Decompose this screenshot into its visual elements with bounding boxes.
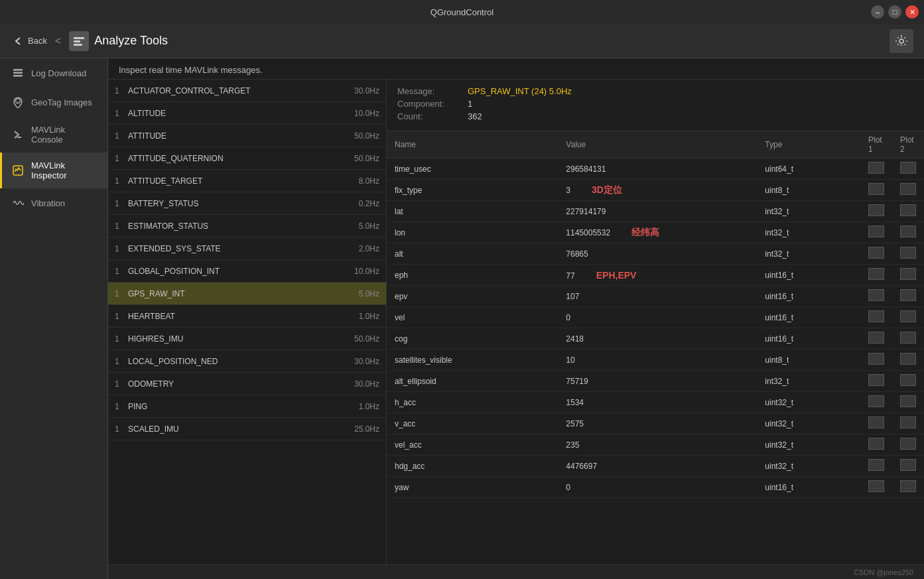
message-row[interactable]: 1 PING 1.0Hz (108, 395, 386, 418)
cell-plot1[interactable] (860, 456, 892, 477)
plot2-box[interactable] (900, 247, 916, 259)
plot1-box[interactable] (868, 162, 884, 174)
plot1-box[interactable] (868, 204, 884, 216)
cell-plot2[interactable] (892, 159, 924, 180)
sidebar-item-log-download[interactable]: Log Download (0, 58, 107, 88)
message-row[interactable]: 1 EXTENDED_SYS_STATE 2.0Hz (108, 237, 386, 260)
cell-plot2[interactable] (892, 286, 924, 307)
plot2-box[interactable] (900, 225, 916, 237)
plot1-box[interactable] (868, 183, 884, 195)
cell-plot2[interactable] (892, 392, 924, 413)
cell-plot1[interactable] (860, 265, 892, 286)
sidebar-item-mavlink-inspector[interactable]: MAVLink Inspector (0, 153, 107, 188)
plot1-box[interactable] (868, 247, 884, 259)
plot2-box[interactable] (900, 204, 916, 216)
plot2-box[interactable] (900, 353, 916, 365)
close-button[interactable]: ✕ (905, 5, 919, 19)
sidebar-item-label: GeoTag Images (31, 97, 92, 107)
cell-plot1[interactable] (860, 159, 892, 180)
message-row[interactable]: 1 HEARTBEAT 1.0Hz (108, 305, 386, 328)
plot2-box[interactable] (900, 332, 916, 344)
msg-name: ATTITUDE (128, 131, 354, 141)
plot1-box[interactable] (868, 332, 884, 344)
message-row[interactable]: 1 BATTERY_STATUS 0.2Hz (108, 192, 386, 215)
plot2-box[interactable] (900, 417, 916, 428)
cell-plot1[interactable] (860, 477, 892, 498)
cell-plot2[interactable] (892, 201, 924, 222)
cell-plot1[interactable] (860, 307, 892, 328)
plot2-box[interactable] (900, 438, 916, 450)
cell-plot2[interactable] (892, 434, 924, 456)
minimize-button[interactable]: – (871, 5, 884, 19)
cell-plot2[interactable] (892, 350, 924, 371)
message-row[interactable]: 1 ATTITUDE_TARGET 8.0Hz (108, 170, 386, 192)
message-row[interactable]: 1 ALTITUDE 10.0Hz (108, 102, 386, 125)
message-row[interactable]: 1 SCALED_IMU 25.0Hz (108, 418, 386, 440)
back-button[interactable]: Back (11, 34, 47, 48)
cell-plot1[interactable] (860, 328, 892, 350)
msg-name: SCALED_IMU (128, 424, 354, 434)
cell-plot2[interactable] (892, 371, 924, 392)
cell-plot1[interactable] (860, 222, 892, 243)
cell-plot2[interactable] (892, 413, 924, 434)
cell-plot1[interactable] (860, 392, 892, 413)
plot2-box[interactable] (900, 289, 916, 301)
table-row: lat 227914179 int32_t (387, 201, 924, 222)
plot2-box[interactable] (900, 480, 916, 492)
sidebar-item-geotag-images[interactable]: GeoTag Images (0, 88, 107, 117)
plot2-box[interactable] (900, 183, 916, 195)
cell-plot2[interactable] (892, 328, 924, 350)
cell-plot2[interactable] (892, 180, 924, 201)
annotation-text: EPH,EPV (596, 270, 637, 281)
plot2-box[interactable] (900, 310, 916, 322)
plot2-box[interactable] (900, 268, 916, 280)
message-row[interactable]: 1 LOCAL_POSITION_NED 30.0Hz (108, 350, 386, 373)
settings-icon-btn[interactable] (890, 29, 913, 53)
separator: < (55, 35, 61, 47)
plot2-box[interactable] (900, 162, 916, 174)
plot1-box[interactable] (868, 225, 884, 237)
sidebar-item-vibration[interactable]: Vibration (0, 188, 107, 218)
plot2-box[interactable] (900, 374, 916, 386)
cell-plot1[interactable] (860, 180, 892, 201)
plot2-box[interactable] (900, 395, 916, 407)
cell-name: alt_ellipsoid (387, 371, 558, 392)
plot1-box[interactable] (868, 395, 884, 407)
cell-plot2[interactable] (892, 265, 924, 286)
cell-plot1[interactable] (860, 413, 892, 434)
plot1-box[interactable] (868, 459, 884, 471)
msg-num: 1 (115, 334, 128, 344)
message-row[interactable]: 1 ACTUATOR_CONTROL_TARGET 30.0Hz (108, 80, 386, 102)
cell-plot2[interactable] (892, 307, 924, 328)
cell-plot1[interactable] (860, 286, 892, 307)
plot1-box[interactable] (868, 353, 884, 365)
cell-plot2[interactable] (892, 243, 924, 265)
cell-plot2[interactable] (892, 222, 924, 243)
plot1-box[interactable] (868, 374, 884, 386)
cell-plot2[interactable] (892, 477, 924, 498)
message-row[interactable]: 1 ATTITUDE_QUATERNION 50.0Hz (108, 147, 386, 170)
table-row: yaw 0 uint16_t (387, 477, 924, 498)
sidebar-item-mavlink-console[interactable]: MAVLink Console (0, 117, 107, 153)
message-row[interactable]: 1 ESTIMATOR_STATUS 5.0Hz (108, 215, 386, 237)
cell-plot2[interactable] (892, 456, 924, 477)
cell-plot1[interactable] (860, 371, 892, 392)
plot2-box[interactable] (900, 459, 916, 471)
cell-plot1[interactable] (860, 350, 892, 371)
plot1-box[interactable] (868, 480, 884, 492)
plot1-box[interactable] (868, 268, 884, 280)
message-row[interactable]: 1 ATTITUDE 50.0Hz (108, 125, 386, 147)
cell-plot1[interactable] (860, 243, 892, 265)
message-row[interactable]: 1 GPS_RAW_INT 5.0Hz (108, 283, 386, 305)
plot1-box[interactable] (868, 438, 884, 450)
message-row[interactable]: 1 GLOBAL_POSITION_INT 10.0Hz (108, 260, 386, 283)
message-row[interactable]: 1 ODOMETRY 30.0Hz (108, 373, 386, 395)
plot1-box[interactable] (868, 417, 884, 428)
cell-plot1[interactable] (860, 434, 892, 456)
plot1-box[interactable] (868, 310, 884, 322)
cell-plot1[interactable] (860, 201, 892, 222)
message-row[interactable]: 1 HIGHRES_IMU 50.0Hz (108, 328, 386, 350)
maximize-button[interactable]: □ (888, 5, 901, 19)
sidebar-item-label: MAVLink Inspector (31, 161, 98, 180)
plot1-box[interactable] (868, 289, 884, 301)
